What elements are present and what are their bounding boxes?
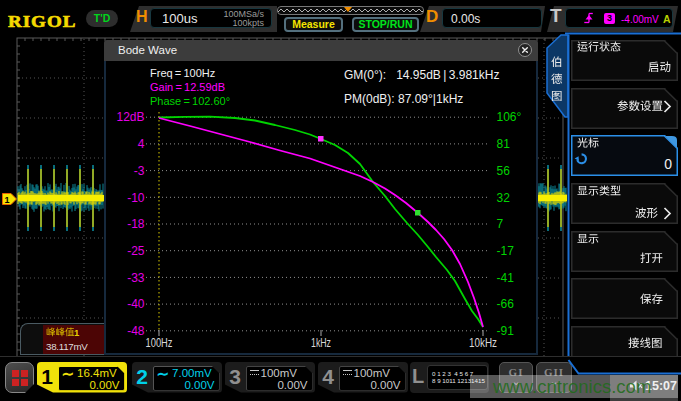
svg-text:-3: -3 — [134, 164, 145, 178]
svg-text:-33: -33 — [127, 271, 145, 285]
svg-text:-18: -18 — [127, 217, 145, 231]
svg-text:56: 56 — [497, 164, 511, 178]
svg-text:81: 81 — [497, 137, 511, 151]
svg-text:106°: 106° — [497, 110, 522, 124]
svg-text:-17: -17 — [497, 244, 515, 258]
svg-text:7: 7 — [497, 217, 504, 231]
svg-text:32: 32 — [497, 191, 511, 205]
svg-text:4: 4 — [138, 137, 145, 151]
svg-text:-40: -40 — [127, 297, 145, 311]
svg-text:-10: -10 — [127, 191, 145, 205]
svg-text:10kHz: 10kHz — [469, 336, 497, 350]
svg-text:100Hz: 100Hz — [146, 336, 173, 350]
svg-text:-48: -48 — [127, 324, 145, 338]
svg-text:-25: -25 — [127, 244, 145, 258]
svg-text:-66: -66 — [497, 297, 515, 311]
svg-text:1kHz: 1kHz — [311, 336, 331, 350]
svg-text:-41: -41 — [497, 271, 515, 285]
svg-text:12dB: 12dB — [116, 110, 144, 124]
svg-text:-91: -91 — [497, 324, 515, 338]
